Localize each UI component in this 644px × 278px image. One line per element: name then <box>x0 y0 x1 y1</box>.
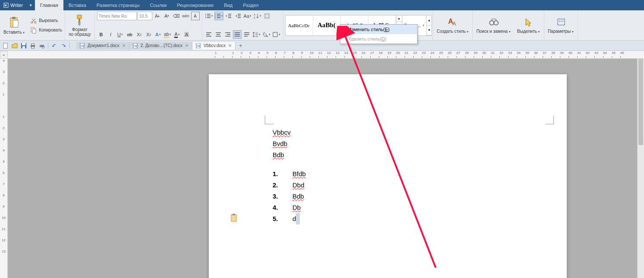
align-left-button[interactable] <box>204 30 213 39</box>
svg-rect-17 <box>217 14 220 15</box>
qa-undo[interactable] <box>50 42 58 50</box>
save-icon <box>21 43 27 49</box>
svg-rect-8 <box>77 15 82 19</box>
group-find: Поиск и замена▼ Выделить▼ <box>473 10 544 40</box>
select-button[interactable]: Выделить▼ <box>515 12 543 39</box>
ribbon: Вставить▼ Вырезать Копировать Формат по … <box>0 10 644 41</box>
font-name-input[interactable] <box>97 12 137 20</box>
cut-button[interactable]: Вырезать <box>28 16 64 25</box>
svg-rect-43 <box>235 36 240 37</box>
tab-references[interactable]: Ссылки <box>145 0 172 10</box>
new-tab-button[interactable]: + <box>236 41 246 50</box>
align-justify-button[interactable] <box>233 30 242 39</box>
settings-icon <box>556 17 567 28</box>
svg-rect-48 <box>255 35 258 35</box>
shading-button[interactable]: ▾ <box>262 30 271 39</box>
qa-print-preview[interactable] <box>38 42 46 50</box>
svg-rect-42 <box>235 34 240 35</box>
sort-button[interactable]: AZ▾ <box>253 12 262 20</box>
grow-font-button[interactable]: A▴ <box>153 12 162 20</box>
vertical-ruler[interactable]: 432112345678910111213 <box>0 59 8 278</box>
font-color-button[interactable]: A▾ <box>173 30 182 39</box>
qa-print[interactable] <box>29 42 37 50</box>
underline-button[interactable]: U▾ <box>116 30 125 39</box>
svg-rect-27 <box>238 17 241 18</box>
group-format-painter: Формат по образцу <box>65 10 94 40</box>
indent-button[interactable] <box>234 12 242 20</box>
doc-tab-2[interactable]: W 2. Догово…(ТС).docx ✕ <box>129 42 192 50</box>
svg-rect-3 <box>13 20 18 27</box>
text-effects-button[interactable]: A▾ <box>154 30 163 39</box>
heading-up[interactable]: ▲ <box>427 16 431 25</box>
close-icon[interactable]: ✕ <box>185 43 188 48</box>
superscript-button[interactable]: X2 <box>135 30 144 39</box>
paste-options-icon[interactable] <box>230 214 238 222</box>
strike-button[interactable]: ab <box>126 30 134 39</box>
app-dropdown[interactable]: ▼ <box>26 3 35 7</box>
highlight-button[interactable]: ab▾ <box>163 30 172 39</box>
qa-new[interactable] <box>2 42 9 50</box>
char-shading-button[interactable]: A <box>182 30 191 39</box>
font-size-input[interactable] <box>138 12 152 20</box>
doc-icon: W <box>133 43 138 48</box>
doc-tab-3[interactable]: W Vbbcv.docx ✕ <box>192 42 236 50</box>
svg-rect-26 <box>238 16 241 16</box>
svg-rect-32 <box>206 32 211 33</box>
new-style-button[interactable]: AA Создать стиль▼ <box>434 12 471 39</box>
tab-review[interactable]: Рецензирование <box>172 0 219 10</box>
scrollbar-thumb[interactable] <box>638 59 643 145</box>
tab-insert[interactable]: Вставка <box>63 0 91 10</box>
outdent-button[interactable] <box>224 12 233 20</box>
settings-button[interactable]: Параметры▼ <box>545 12 577 39</box>
style-item-normal[interactable]: AaBbCcDc <box>286 16 313 35</box>
qa-open[interactable] <box>11 42 19 50</box>
show-marks-button[interactable] <box>263 12 271 20</box>
new-doc-icon <box>3 43 9 49</box>
svg-rect-34 <box>206 36 211 37</box>
margin-corner-tr <box>545 116 554 124</box>
app-logo[interactable]: Writer <box>0 0 26 10</box>
qa-save[interactable] <box>20 42 28 50</box>
vertical-scrollbar[interactable] <box>637 59 644 278</box>
phonetic-button[interactable]: wén <box>182 12 190 20</box>
document-list[interactable]: 1.Bfdb 2.Dbd 3.Bdb 4.Db 5.d <box>273 168 306 224</box>
close-icon[interactable]: ✕ <box>228 43 232 48</box>
bullets-button[interactable]: ▾ <box>204 12 214 20</box>
tab-view[interactable]: Вид <box>219 0 238 10</box>
horizontal-ruler[interactable]: 1123456789101112131415161718192021222324… <box>8 51 644 59</box>
close-icon[interactable]: ✕ <box>122 43 126 48</box>
clear-format-button[interactable]: ⌫ <box>172 12 181 20</box>
copy-button[interactable]: Копировать <box>28 26 64 35</box>
italic-button[interactable]: I <box>107 30 115 39</box>
style-item-heading1[interactable]: AaBb( <box>313 16 341 35</box>
qa-redo[interactable] <box>60 42 67 50</box>
find-replace-button[interactable]: Поиск и замена▼ <box>474 12 513 39</box>
heading-more[interactable]: ▼ <box>427 25 431 35</box>
ruler-corner[interactable]: ⌐ <box>0 51 8 59</box>
document-text[interactable]: Vbbcv Bvdb Bdb <box>273 127 291 161</box>
char-border-button[interactable]: A <box>191 12 200 20</box>
align-right-button[interactable] <box>223 30 232 39</box>
distribute-button[interactable] <box>242 30 251 39</box>
numbering-button[interactable]: 123▾ <box>214 12 223 20</box>
svg-text:W: W <box>197 44 200 47</box>
tab-page-layout[interactable]: Разметка страницы <box>91 0 145 10</box>
svg-rect-62 <box>22 43 25 45</box>
doc-tab-1[interactable]: W Документ1.docx ✕ <box>76 42 129 50</box>
gallery-up[interactable]: ▲ <box>396 16 402 22</box>
format-painter-button[interactable]: Формат по образцу <box>66 12 93 39</box>
line-spacing-button[interactable]: ▾ <box>252 30 261 39</box>
group-paragraph: ▾ 123▾ Aa▾ AZ▾ ▾ ▾ ▾ <box>202 10 283 40</box>
shrink-font-button[interactable]: A▾ <box>163 12 171 20</box>
svg-rect-41 <box>235 32 240 33</box>
align-center-button[interactable] <box>214 30 223 39</box>
tab-section[interactable]: Раздел <box>238 0 264 10</box>
tab-home[interactable]: Главная <box>35 0 63 10</box>
paste-button[interactable]: Вставить▼ <box>1 12 28 39</box>
subscript-button[interactable]: X2 <box>145 30 153 39</box>
borders-button[interactable]: ▾ <box>272 30 281 39</box>
edit-style-item[interactable]: Изменить стиль(E) <box>340 25 417 34</box>
document-page[interactable]: Vbbcv Bvdb Bdb 1.Bfdb 2.Dbd 3.Bdb 4.Db 5… <box>209 74 567 278</box>
change-case-button[interactable]: Aa▾ <box>243 12 252 20</box>
bold-button[interactable]: B <box>97 30 106 39</box>
